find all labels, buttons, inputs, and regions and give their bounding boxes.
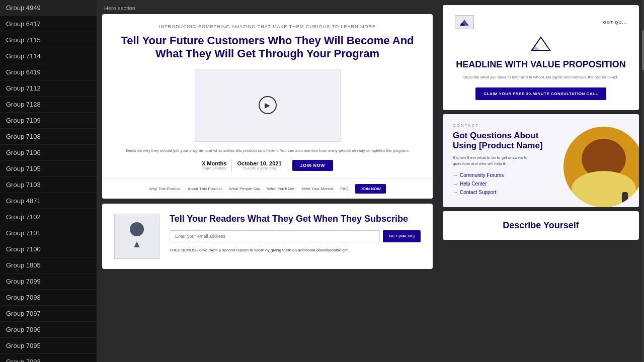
describe-title: Describe Yourself: [453, 220, 629, 231]
subscribe-content: Tell Your Readers What They Get When The…: [170, 214, 421, 253]
claim-button[interactable]: CLAIM YOUR FREE 30-MINUTE CONSULTATION C…: [475, 87, 606, 100]
value-prop-title: HEADLINE WITH VALUE PROPOSITION: [456, 59, 626, 70]
nav-bar: Why This ProductAbout This ProductWhat P…: [102, 178, 433, 199]
sidebar-item-group-4871[interactable]: Group 4871: [0, 193, 97, 209]
sidebar-item-group-4949[interactable]: Group 4949: [0, 0, 97, 16]
mountain-logo-icon: [460, 19, 469, 26]
sidebar-item-group-7109[interactable]: Group 7109: [0, 113, 97, 129]
meta-date: October 10, 2021 You'll be a great [titl…: [237, 160, 281, 170]
sidebar-item-group-7095[interactable]: Group 7095: [0, 338, 97, 354]
value-prop-card: GOT QU... HEADLINE WITH VALUE PROPOSITIO…: [443, 5, 639, 110]
sidebar-item-group-7100[interactable]: Group 7100: [0, 241, 97, 257]
arrow-icon: →: [453, 172, 458, 178]
months-sub: [Topic] Mastery: [202, 166, 227, 170]
mountain-icon: [531, 35, 551, 54]
sidebar-item-group-7093[interactable]: Group 7093: [0, 354, 97, 362]
nav-link[interactable]: Meet Your Mentor: [301, 187, 333, 191]
arrow-icon: →: [453, 181, 458, 187]
sidebar-item-group-6417[interactable]: Group 6417: [0, 16, 97, 32]
sidebar-item-group-7105[interactable]: Group 7105: [0, 161, 97, 177]
subscribe-layout: ▲ Tell Your Readers What They Get When T…: [114, 214, 421, 259]
hero-join-button[interactable]: JOIN NOW: [292, 160, 334, 171]
main-content: Hero section INTRODUCING SOMETHING AMAZI…: [97, 0, 644, 362]
arrow-icon: →: [453, 190, 458, 195]
describe-card: Describe Yourself: [443, 211, 639, 240]
sidebar-item-group-7112[interactable]: Group 7112: [0, 80, 97, 97]
contact-card: CONTACT Got Questions About Using [Produ…: [443, 114, 639, 207]
sidebar-item-group-1805[interactable]: Group 1805: [0, 257, 97, 274]
months-value: X Months: [202, 160, 227, 166]
sidebar-item-group-7128[interactable]: Group 7128: [0, 97, 97, 113]
sidebar: Group 4949Group 6417Group 7115Group 7114…: [0, 0, 97, 362]
svg-marker-3: [531, 45, 540, 50]
nav-link[interactable]: What You'll Get: [267, 187, 294, 191]
sidebar-item-group-7115[interactable]: Group 7115: [0, 32, 97, 48]
nav-link[interactable]: What People Say: [229, 187, 260, 191]
right-panel: GOT QU... HEADLINE WITH VALUE PROPOSITIO…: [438, 0, 644, 362]
play-button[interactable]: ▶: [259, 96, 277, 114]
contact-title: Got Questions About Using [Product Name]: [453, 131, 543, 151]
got-questions-label: GOT QU...: [603, 20, 627, 25]
sidebar-item-group-7098[interactable]: Group 7098: [0, 290, 97, 306]
sidebar-item-group-7106[interactable]: Group 7106: [0, 145, 97, 161]
center-panel: Hero section INTRODUCING SOMETHING AMAZI…: [97, 0, 438, 362]
subscribe-card: ▲ Tell Your Readers What They Get When T…: [102, 204, 433, 269]
right-scrollbar[interactable]: [642, 0, 644, 362]
subscribe-input-row: GET [VALUE]: [170, 230, 421, 242]
hero-card-inner: INTRODUCING SOMETHING AMAZING THAT MAKE …: [102, 14, 433, 171]
date-sub: You'll be a great [title]: [237, 166, 281, 170]
hero-description: Describe why they should join your progr…: [117, 148, 418, 153]
subscribe-title: Tell Your Readers What They Get When The…: [170, 214, 421, 224]
sidebar-item-group-7096[interactable]: Group 7096: [0, 322, 97, 338]
video-container[interactable]: ▶: [195, 69, 341, 142]
nav-link[interactable]: Why This Product: [149, 187, 181, 191]
hero-intro: INTRODUCING SOMETHING AMAZING THAT MAKE …: [117, 24, 418, 29]
sidebar-item-group-7099[interactable]: Group 7099: [0, 274, 97, 290]
subscribe-image: ▲: [114, 214, 159, 259]
nav-join-button[interactable]: JOIN NOW: [355, 184, 385, 194]
nav-link[interactable]: About This Product: [188, 187, 222, 191]
avatar-overlay: [564, 127, 639, 207]
logo-box: [455, 15, 474, 29]
value-card-header: GOT QU...: [455, 15, 627, 29]
sidebar-item-group-7108[interactable]: Group 7108: [0, 129, 97, 145]
nav-link[interactable]: FAQ: [340, 187, 348, 191]
right-scrollbar-thumb: [642, 30, 644, 70]
subscribe-email-input[interactable]: [170, 230, 380, 242]
sidebar-item-group-6419[interactable]: Group 6419: [0, 64, 97, 80]
sidebar-item-group-7103[interactable]: Group 7103: [0, 177, 97, 193]
sidebar-item-group-7114[interactable]: Group 7114: [0, 48, 97, 64]
meta-divider-1: [231, 159, 232, 171]
sidebar-item-group-7101[interactable]: Group 7101: [0, 225, 97, 241]
contact-description: Explain them what to do to get answers t…: [453, 155, 533, 166]
sidebar-item-group-7097[interactable]: Group 7097: [0, 306, 97, 322]
meta-months: X Months [Topic] Mastery: [202, 160, 227, 170]
value-prop-description: Describe what you have to offer and to w…: [463, 74, 618, 80]
subscribe-button[interactable]: GET [VALUE]: [383, 230, 421, 242]
hero-card: INTRODUCING SOMETHING AMAZING THAT MAKE …: [102, 14, 433, 199]
person-icon: [130, 222, 144, 236]
date-value: October 10, 2021: [237, 160, 281, 166]
subscribe-bonus: FREE BONUS - Give them a second reason t…: [170, 247, 421, 253]
sidebar-item-group-7102[interactable]: Group 7102: [0, 209, 97, 225]
section-label: Hero section: [102, 5, 433, 11]
meta-divider-2: [287, 159, 287, 171]
hero-meta: X Months [Topic] Mastery October 10, 202…: [117, 159, 418, 171]
hero-title: Tell Your Future Customers Who They Will…: [117, 34, 418, 61]
